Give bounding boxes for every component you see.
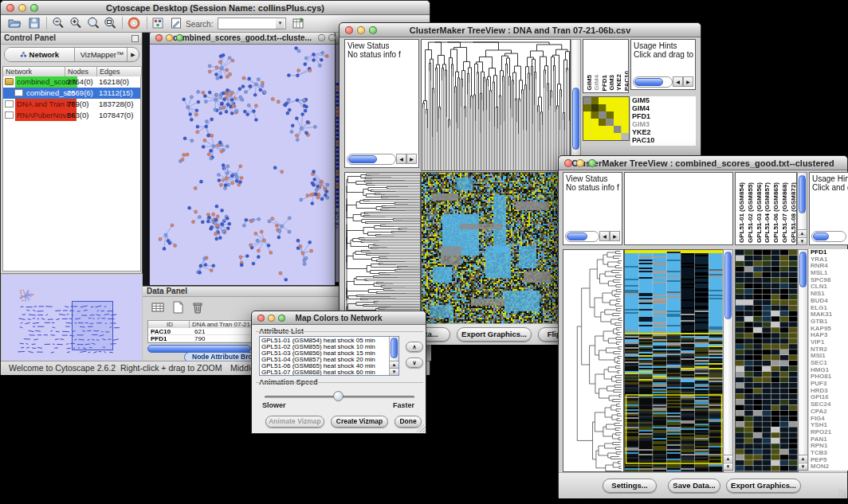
network-row[interactable]: DNA and Tran 07769(0)183728(0) [3, 99, 140, 110]
scroll-thumb[interactable] [348, 155, 377, 163]
minimize-button[interactable] [576, 159, 584, 167]
scroll-track[interactable] [811, 231, 846, 242]
settings-button[interactable]: Settings... [603, 479, 657, 493]
tv2-heatmap-scrollbar[interactable]: ▲ ▼ [723, 249, 733, 471]
treeview1-titlebar[interactable]: ClusterMaker TreeView : DNA and Tran 07-… [340, 23, 701, 37]
attribute-item[interactable]: GPL51-07 (GSM868) heat shock 60 min [260, 369, 389, 376]
network-row[interactable]: RNAPuberNov2+563(0)107847(0) [3, 110, 140, 121]
zoom-button[interactable] [30, 4, 38, 12]
scroll-right-button[interactable]: ▶ [610, 231, 620, 241]
cytoscape-titlebar[interactable]: Cytoscape Desktop (Session Name: collins… [1, 1, 430, 15]
scroll-right-button[interactable]: ▶ [406, 154, 417, 164]
tv2-column-dendrogram-area[interactable] [624, 172, 733, 245]
scroll-up-button[interactable]: ▲ [724, 455, 732, 462]
export-graphics-button[interactable]: Export Graphics... [457, 327, 532, 342]
scroll-thumb[interactable] [813, 232, 829, 240]
import-table-icon[interactable] [291, 16, 305, 30]
scroll-thumb[interactable] [799, 252, 807, 287]
network-canvas-a[interactable] [150, 45, 335, 285]
open-session-icon[interactable] [7, 16, 22, 30]
zoom-button[interactable] [588, 159, 596, 167]
close-button[interactable] [318, 34, 325, 41]
scroll-down-button[interactable]: ▼ [390, 368, 398, 375]
move-up-button[interactable]: ∧ [406, 342, 423, 352]
create-vizmap-button[interactable]: Create Vizmap [331, 416, 388, 428]
annotation-icon[interactable] [169, 16, 183, 30]
scroll-down-button[interactable]: ▼ [798, 237, 807, 244]
tv1-heatmap[interactable] [421, 172, 571, 325]
attribute-select-icon[interactable] [151, 300, 165, 315]
search-dropdown-icon[interactable]: ▼ [276, 18, 285, 29]
col-header-id[interactable]: ID [148, 321, 190, 328]
treeview2-titlebar[interactable]: ClusterMaker TreeView : combined_scores_… [559, 156, 847, 170]
scroll-up-button[interactable]: ▲ [390, 361, 398, 368]
scroll-left-button[interactable]: ◀ [673, 76, 683, 87]
close-button[interactable] [6, 4, 14, 12]
col-header-edges[interactable]: Edges [97, 67, 142, 76]
vizmapper-icon[interactable] [151, 16, 165, 30]
tab-network[interactable]: Network [5, 48, 75, 61]
network-row[interactable]: combined_sco2569(6)13112(15) [3, 88, 140, 99]
attribute-list-scrollbar[interactable]: ▲ ▼ [389, 337, 398, 375]
tv2-collabel-scrollbar[interactable]: ▲ ▼ [797, 172, 807, 245]
zoom-button[interactable] [369, 26, 377, 34]
network-row[interactable]: combined_scores2764(0)16218(0) [3, 76, 140, 88]
birdseye-canvas[interactable] [2, 275, 142, 361]
move-down-button[interactable]: ∨ [406, 357, 423, 368]
scroll-track[interactable] [565, 231, 599, 242]
animation-slider[interactable] [265, 396, 414, 398]
minimize-button[interactable] [166, 34, 173, 41]
save-session-icon[interactable] [27, 16, 41, 30]
zoom-button[interactable] [278, 315, 285, 322]
scroll-down-button[interactable]: ▼ [799, 463, 807, 470]
scroll-down-button[interactable]: ▼ [724, 463, 732, 470]
resize-grip[interactable] [417, 424, 425, 432]
close-button[interactable] [345, 26, 353, 34]
tv2-zoom-scrollbar[interactable]: ▲ ▼ [798, 249, 808, 471]
export-graphics-button[interactable]: Export Graphics... [726, 479, 801, 493]
scroll-track[interactable] [633, 76, 673, 88]
minimize-button[interactable] [18, 4, 26, 12]
tabs-overflow-button[interactable]: ▶ [127, 48, 139, 61]
close-button[interactable] [155, 34, 163, 41]
scroll-thumb[interactable] [799, 175, 806, 213]
search-input[interactable] [219, 18, 275, 29]
delete-attribute-icon[interactable] [190, 300, 205, 315]
scroll-thumb[interactable] [634, 78, 663, 86]
close-button[interactable] [564, 159, 572, 167]
zoom-out-icon[interactable] [51, 16, 65, 30]
scroll-thumb[interactable] [572, 88, 579, 150]
tv1-row-dendrogram[interactable] [344, 172, 421, 325]
zoom-fit-icon[interactable] [103, 16, 117, 30]
float-panel-icon[interactable] [132, 35, 139, 42]
tv2-heatmap[interactable] [624, 249, 724, 472]
tv1-zoom-matrix[interactable] [583, 96, 630, 141]
scroll-thumb[interactable] [567, 232, 587, 240]
scroll-left-button[interactable]: ◀ [396, 154, 406, 164]
scroll-right-button[interactable]: ▶ [683, 76, 693, 87]
zoom-button[interactable] [176, 34, 183, 41]
save-data-button[interactable]: Save Data... [668, 479, 720, 493]
tv1-column-dendrogram[interactable] [421, 39, 571, 171]
col-header-network[interactable]: Network [3, 67, 65, 76]
scroll-thumb[interactable] [391, 338, 398, 358]
scroll-left-button[interactable]: ◀ [599, 231, 610, 241]
slider-thumb[interactable] [333, 391, 344, 401]
zoom-selected-icon[interactable] [86, 16, 100, 30]
tab-vizmapper[interactable]: VizMapper™ [76, 48, 128, 61]
scroll-track[interactable] [347, 154, 396, 165]
scroll-up-button[interactable]: ▲ [799, 455, 807, 462]
minimize-button[interactable] [328, 34, 336, 41]
minimize-button[interactable] [268, 315, 275, 322]
close-button[interactable] [257, 315, 265, 322]
zoom-in-icon[interactable] [69, 16, 83, 30]
tv2-row-dendrogram[interactable] [563, 249, 624, 472]
minimize-button[interactable] [357, 26, 365, 34]
col-header-nodes[interactable]: Nodes [65, 67, 97, 76]
help-icon[interactable] [127, 16, 141, 30]
new-attribute-icon[interactable] [171, 300, 185, 315]
scroll-up-button[interactable]: ▲ [798, 229, 807, 236]
resize-grip[interactable] [838, 490, 846, 498]
tv2-zoom-heatmap[interactable] [735, 249, 799, 472]
scroll-thumb[interactable] [724, 252, 732, 319]
